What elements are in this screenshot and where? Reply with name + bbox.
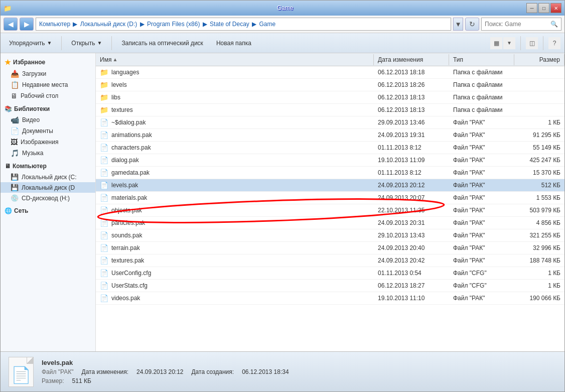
table-row[interactable]: 📄 videos.pak 19.10.2013 11:10 Файл "РАК"… <box>96 292 564 305</box>
table-row[interactable]: 📄 characters.pak 01.11.2013 8:12 Файл "Р… <box>96 142 564 154</box>
sidebar-network-header[interactable]: 🌐 Сеть <box>1 205 95 216</box>
table-row[interactable]: 📄 UserConfig.cfg 01.11.2013 0:54 Файл "C… <box>96 267 564 280</box>
minimize-button[interactable]: ─ <box>526 3 537 13</box>
table-row[interactable]: 📄 sounds.pak 29.10.2013 13:43 Файл "РАК"… <box>96 229 564 242</box>
file-name-cell: 📄 gamedata.pak <box>96 168 374 178</box>
search-box[interactable]: 🔍 <box>481 18 561 31</box>
sidebar-item-downloads[interactable]: 📥 Загрузки <box>1 68 95 79</box>
sort-arrow-icon: ▲ <box>112 57 117 62</box>
file-date-cell: 06.12.2013 18:13 <box>374 105 449 114</box>
view-dropdown-button[interactable]: ▼ <box>503 37 515 49</box>
sidebar-item-drive-c[interactable]: 💾 Локальный диск (С: <box>1 172 95 182</box>
sidebar-computer-label: Компьютер <box>13 163 47 170</box>
forward-button[interactable]: ▶ <box>20 18 34 31</box>
drive-h-icon: 💿 <box>11 194 19 202</box>
table-row[interactable]: 📄 ~$dialog.pak 29.09.2013 13:46 Файл "РА… <box>96 116 564 129</box>
table-row[interactable]: 📁 languages 06.12.2013 18:18 Папка с фай… <box>96 66 564 79</box>
sidebar-libraries-header[interactable]: 📚 Библиотеки <box>1 103 95 114</box>
close-button[interactable]: ✕ <box>550 3 561 13</box>
titlebar: 📁 Game ─ □ ✕ <box>1 1 564 16</box>
table-row[interactable]: 📄 UserStats.cfg 06.12.2013 18:27 Файл "C… <box>96 280 564 292</box>
table-row[interactable]: 📄 dialog.pak 19.10.2013 11:09 Файл "РАК"… <box>96 154 564 167</box>
file-date-cell: 24.09.2013 20:42 <box>374 256 449 265</box>
table-row[interactable]: 📄 materials.pak 24.09.2013 20:07 Файл "Р… <box>96 192 564 204</box>
sidebar-item-music[interactable]: 🎵 Музыка <box>1 148 95 159</box>
sidebar-computer-section: 🖥 Компьютер 💾 Локальный диск (С: 💾 Локал… <box>1 161 95 203</box>
maximize-button[interactable]: □ <box>538 3 549 13</box>
column-header-size[interactable]: Размер <box>514 54 564 65</box>
burn-label: Записать на оптический диск <box>121 40 203 47</box>
toolbar-separator-1 <box>61 36 62 50</box>
sidebar-computer-header[interactable]: 🖥 Компьютер <box>1 161 95 172</box>
column-header-name[interactable]: Имя ▲ <box>96 54 374 65</box>
status-size-value: 511 КБ <box>72 377 91 384</box>
file-date-cell: 22.10.2013 11:35 <box>374 206 449 215</box>
burn-button[interactable]: Записать на оптический диск <box>117 35 208 51</box>
file-icon: 📄 <box>100 269 108 277</box>
column-header-date[interactable]: Дата изменения <box>374 54 449 65</box>
star-icon: ★ <box>5 58 11 66</box>
sidebar-item-video[interactable]: 📹 Видео <box>1 114 95 125</box>
search-input[interactable] <box>485 21 548 28</box>
address-box[interactable]: Компьютер ▶ Локальный диск (D:) ▶ Progra… <box>36 18 451 31</box>
toolbar-separator-2 <box>111 36 112 50</box>
column-header-type[interactable]: Тип <box>449 54 514 65</box>
new-folder-button[interactable]: Новая папка <box>212 35 256 51</box>
table-row[interactable]: 📄 terrain.pak 24.09.2013 20:40 Файл "РАК… <box>96 242 564 254</box>
open-button[interactable]: Открыть ▼ <box>67 35 106 51</box>
file-type-cell: Папка с файлами <box>449 68 514 77</box>
file-type-cell: Папка с файлами <box>449 80 514 89</box>
file-size-cell <box>514 109 564 111</box>
sidebar-music-label: Музыка <box>22 150 43 157</box>
table-row[interactable]: 📄 levels.pak 24.09.2013 20:12 Файл "РАК"… <box>96 179 564 192</box>
file-size-cell: 512 КБ <box>514 181 564 190</box>
file-name-text: terrain.pak <box>111 244 140 251</box>
file-size-cell: 1 КБ <box>514 118 564 127</box>
help-button[interactable]: ? <box>548 37 560 49</box>
libraries-icon: 📚 <box>5 105 12 112</box>
file-date-cell: 06.12.2013 18:26 <box>374 80 449 89</box>
sidebar-drive-h-label: CD-дисковод (H:) <box>22 195 70 202</box>
preview-pane-button[interactable]: ◫ <box>526 37 538 49</box>
sidebar-item-recent[interactable]: 📋 Недавние места <box>1 79 95 90</box>
file-date-cell: 24.09.2013 20:40 <box>374 243 449 252</box>
back-button[interactable]: ◀ <box>4 18 18 31</box>
table-row[interactable]: 📁 textures 06.12.2013 18:13 Папка с файл… <box>96 104 564 116</box>
table-row[interactable]: 📁 levels 06.12.2013 18:26 Папка с файлам… <box>96 79 564 91</box>
file-icon: 📄 <box>100 156 108 164</box>
file-icon: 📄 <box>100 181 108 189</box>
sidebar-item-images[interactable]: 🖼 Изображения <box>1 137 95 148</box>
sidebar-item-desktop[interactable]: 🖥 Рабочий стол <box>1 90 95 101</box>
file-name-text: UserConfig.cfg <box>111 270 151 277</box>
organize-button[interactable]: Упорядочить ▼ <box>5 35 56 51</box>
drive-c-icon: 💾 <box>11 173 19 181</box>
file-icon: 📁 <box>100 106 108 114</box>
file-name-cell: 📁 textures <box>96 105 374 115</box>
table-row[interactable]: 📄 gamedata.pak 01.11.2013 8:12 Файл "РАК… <box>96 167 564 179</box>
sidebar-item-drive-d[interactable]: 💾 Локальный диск (D <box>1 182 95 193</box>
file-name-cell: 📄 particles.pak <box>96 218 374 228</box>
toolbar: Упорядочить ▼ Открыть ▼ Записать на опти… <box>1 33 564 53</box>
sidebar-favorites-header[interactable]: ★ Избранное <box>1 56 95 68</box>
file-icon: 📄 <box>100 118 108 126</box>
address-dropdown-button[interactable]: ▼ <box>453 18 463 31</box>
table-row[interactable]: 📄 particles.pak 24.09.2013 20:31 Файл "Р… <box>96 217 564 229</box>
sidebar-video-label: Видео <box>22 116 40 123</box>
file-name-cell: 📄 UserConfig.cfg <box>96 268 374 278</box>
recent-icon: 📋 <box>11 81 19 89</box>
file-icon: 📄 <box>100 294 108 302</box>
file-size-cell: 503 979 КБ <box>514 206 564 215</box>
sidebar-item-drive-h[interactable]: 💿 CD-дисковод (H:) <box>1 193 95 203</box>
network-icon: 🌐 <box>5 207 12 214</box>
table-row[interactable]: 📁 libs 06.12.2013 18:13 Папка с файлами <box>96 91 564 104</box>
file-size-cell: 32 996 КБ <box>514 243 564 252</box>
view-mode-button[interactable]: ▦ <box>490 37 502 49</box>
file-name-cell: 📁 levels <box>96 80 374 90</box>
table-row[interactable]: 📄 animations.pak 24.09.2013 19:31 Файл "… <box>96 129 564 142</box>
table-row[interactable]: 📄 textures.pak 24.09.2013 20:42 Файл "РА… <box>96 254 564 267</box>
refresh-button[interactable]: ↻ <box>465 18 479 31</box>
file-date-cell: 29.09.2013 13:46 <box>374 118 449 127</box>
sidebar-item-documents[interactable]: 📄 Документы <box>1 125 95 137</box>
preview-file-icon: 📄 <box>11 365 31 384</box>
table-row[interactable]: 📄 objects.pak 22.10.2013 11:35 Файл "РАК… <box>96 204 564 217</box>
